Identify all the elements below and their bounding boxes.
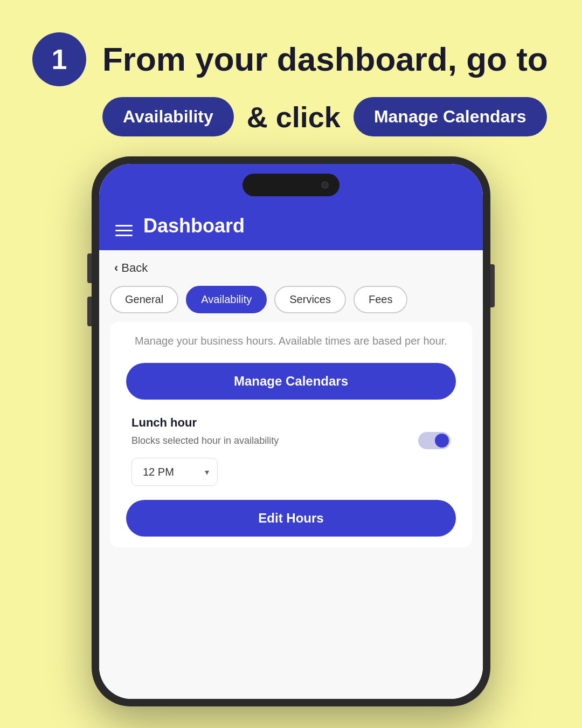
back-button[interactable]: ‹ Back: [99, 250, 483, 286]
main-content-card: Manage your business hours. Available ti…: [110, 322, 472, 547]
phone-outer: Dashboard ‹ Back General Availability Se…: [92, 156, 490, 706]
lunch-hour-title: Lunch hour: [131, 416, 451, 430]
toggle-thumb: [435, 434, 449, 448]
tab-availability[interactable]: Availability: [186, 286, 267, 313]
lunch-subtitle-row: Blocks selected hour in availability: [131, 432, 451, 449]
dynamic-island: [242, 174, 340, 196]
instruction-area: 1 From your dashboard, go to Availabilit…: [32, 32, 550, 136]
availability-badge[interactable]: Availability: [102, 97, 234, 136]
step-number: 1: [32, 32, 86, 86]
manage-calendars-badge[interactable]: Manage Calendars: [354, 97, 547, 136]
time-select-wrapper: 12 PM 1 PM 11 AM ▾: [131, 458, 218, 486]
step-title: From your dashboard, go to: [102, 41, 548, 78]
lunch-section: Lunch hour Blocks selected hour in avail…: [126, 416, 456, 500]
lunch-description: Blocks selected hour in availability: [131, 435, 279, 447]
step-subrow: Availability & click Manage Calendars: [32, 97, 550, 136]
step-row: 1 From your dashboard, go to: [32, 32, 550, 86]
tab-general[interactable]: General: [110, 286, 178, 313]
phone-mockup: Dashboard ‹ Back General Availability Se…: [92, 156, 490, 706]
time-select[interactable]: 12 PM 1 PM 11 AM: [131, 458, 218, 486]
dashboard-title: Dashboard: [143, 215, 245, 237]
and-click-text: & click: [247, 100, 341, 134]
tab-bar: General Availability Services Fees: [99, 286, 483, 322]
edit-hours-button[interactable]: Edit Hours: [126, 500, 456, 537]
lunch-hour-toggle[interactable]: [418, 432, 451, 449]
back-chevron-icon: ‹: [114, 261, 118, 275]
tab-services[interactable]: Services: [274, 286, 346, 313]
volume-up-button: [87, 297, 92, 326]
hamburger-menu-icon[interactable]: [115, 225, 133, 236]
manage-calendars-button[interactable]: Manage Calendars: [126, 363, 456, 400]
camera-dot: [321, 181, 329, 189]
content-area: ‹ Back General Availability Services Fee…: [99, 250, 483, 699]
back-label: Back: [121, 261, 148, 275]
phone-screen: Dashboard ‹ Back General Availability Se…: [99, 164, 483, 699]
availability-description: Manage your business hours. Available ti…: [126, 333, 456, 349]
tab-fees[interactable]: Fees: [354, 286, 407, 313]
